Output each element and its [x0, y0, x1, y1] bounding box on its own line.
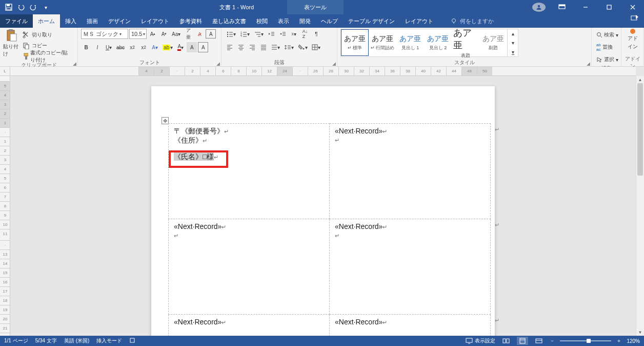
- view-web-button[interactable]: [533, 337, 545, 345]
- tab-file[interactable]: ファイル: [0, 14, 33, 28]
- bullets-button[interactable]: ▾: [225, 29, 237, 39]
- align-center-button[interactable]: [236, 42, 246, 52]
- style-subtitle[interactable]: あア亜副題: [479, 29, 507, 56]
- styles-launcher[interactable]: ◢: [587, 61, 590, 66]
- style-scroll-down[interactable]: ▾: [508, 39, 518, 47]
- clear-format-button[interactable]: A̷: [194, 29, 205, 39]
- align-left-button[interactable]: [225, 42, 235, 52]
- numbering-button[interactable]: 123▾: [238, 29, 251, 39]
- grow-font-button[interactable]: A▴: [148, 29, 158, 39]
- tab-mailings[interactable]: 差し込み文書: [207, 14, 251, 28]
- undo-button[interactable]: [15, 2, 27, 13]
- clipboard-launcher[interactable]: ◢: [73, 61, 76, 66]
- font-size-combo[interactable]: 10.5▾: [129, 29, 147, 39]
- font-color-button[interactable]: A▾: [175, 42, 186, 52]
- qat-customize-button[interactable]: ▾: [40, 2, 51, 13]
- tab-home[interactable]: ホーム: [33, 14, 60, 28]
- table-cell[interactable]: «Next·Record»↵ ↵: [330, 124, 491, 219]
- style-heading1[interactable]: あア亜見出し 1: [396, 29, 424, 56]
- tab-developer[interactable]: 開発: [294, 14, 316, 28]
- line-spacing-button[interactable]: ▾: [283, 42, 295, 52]
- horizontal-ruler[interactable]: 42 ·2468101224 ·262830323436384042444850: [10, 67, 636, 76]
- tab-review[interactable]: 校閲: [251, 14, 273, 28]
- borders-button[interactable]: ▾: [310, 42, 322, 52]
- decrease-indent-button[interactable]: [266, 29, 276, 39]
- subscript-button[interactable]: x2: [127, 42, 137, 52]
- maximize-button[interactable]: [598, 0, 620, 14]
- paste-button[interactable]: 貼り付け: [3, 29, 19, 57]
- zoom-slider[interactable]: [560, 340, 611, 341]
- table-cell[interactable]: «Next·Record»↵: [330, 315, 491, 336]
- sort-button[interactable]: A↓Z: [300, 29, 310, 39]
- enclose-char-button[interactable]: A: [206, 29, 216, 39]
- account-icon[interactable]: [532, 3, 546, 12]
- addins-button[interactable]: アド イン: [625, 29, 640, 50]
- status-mode[interactable]: 挿入モード: [96, 337, 122, 344]
- scroll-thumb[interactable]: [637, 83, 643, 176]
- align-right-button[interactable]: [247, 42, 257, 52]
- style-title[interactable]: あア亜表題: [452, 29, 479, 56]
- multilevel-button[interactable]: ▾: [252, 29, 265, 39]
- strikethrough-button[interactable]: abc: [115, 42, 126, 52]
- find-button[interactable]: 検索▾: [595, 30, 621, 40]
- macro-record-icon[interactable]: [129, 337, 135, 344]
- tab-design[interactable]: デザイン: [103, 14, 136, 28]
- tab-insert[interactable]: 挿入: [60, 14, 82, 28]
- char-shading-button[interactable]: A: [187, 42, 197, 52]
- style-normal[interactable]: あア亜↵ 標準: [341, 29, 369, 56]
- table-cell[interactable]: 〒《郵便番号》↵ 《住所》↵ 《氏名》□様↵: [169, 124, 330, 219]
- status-words[interactable]: 5/34 文字: [35, 337, 57, 344]
- shading-button[interactable]: ▾: [296, 42, 309, 52]
- tab-draw[interactable]: 描画: [82, 14, 103, 28]
- tab-table-design[interactable]: テーブル デザイン: [343, 14, 400, 28]
- share-button[interactable]: [631, 14, 639, 22]
- show-marks-button[interactable]: ¶: [311, 29, 321, 39]
- status-page[interactable]: 1/1 ページ: [4, 337, 28, 344]
- increase-indent-button[interactable]: [277, 29, 288, 39]
- redo-button[interactable]: [28, 2, 39, 13]
- style-no-spacing[interactable]: あア亜↵ 行間詰め: [369, 29, 396, 56]
- style-heading2[interactable]: あア亜見出し 2: [424, 29, 452, 56]
- style-scroll-up[interactable]: ▴: [508, 29, 518, 38]
- table-cell[interactable]: «Next·Record»↵ ↵: [330, 219, 491, 315]
- table-cell[interactable]: «Next·Record»↵: [169, 315, 330, 336]
- view-read-button[interactable]: [500, 337, 512, 345]
- save-button[interactable]: [3, 2, 14, 13]
- zoom-in-button[interactable]: ＋: [616, 337, 621, 344]
- replace-button[interactable]: abac置換: [595, 42, 621, 52]
- tab-view[interactable]: 表示: [273, 14, 294, 28]
- phonetic-guide-button[interactable]: ア亜: [183, 29, 193, 39]
- font-name-combo[interactable]: ＭＳ ゴシック▾: [81, 29, 128, 39]
- style-expand[interactable]: ▾̲: [508, 48, 518, 56]
- zoom-level[interactable]: 120%: [627, 338, 640, 344]
- tab-layout[interactable]: レイアウト: [136, 14, 174, 28]
- format-painter-button[interactable]: 書式のコピー/貼り付け: [21, 51, 74, 62]
- underline-button[interactable]: U▾: [104, 42, 114, 52]
- minimize-button[interactable]: [574, 0, 597, 14]
- ribbon-display-button[interactable]: [551, 0, 573, 14]
- document-area[interactable]: ✥ 〒《郵便番号》↵ 《住所》↵ 《氏名》□様↵ «Next·Record»↵ …: [10, 76, 636, 336]
- change-case-button[interactable]: Aa▾: [170, 29, 182, 39]
- font-launcher[interactable]: ◢: [216, 61, 220, 66]
- table-cell[interactable]: «Next·Record»↵ ↵: [169, 219, 330, 315]
- display-settings-button[interactable]: 表示設定: [466, 337, 495, 344]
- vertical-scrollbar[interactable]: ▲ ▼: [636, 76, 644, 336]
- scroll-up-button[interactable]: ▲: [636, 76, 644, 83]
- close-button[interactable]: [621, 0, 644, 14]
- superscript-button[interactable]: x2: [138, 42, 149, 52]
- vertical-ruler[interactable]: 54321 ·1234567891011 ·131415161718192021…: [0, 76, 10, 336]
- shrink-font-button[interactable]: A▾: [159, 29, 169, 39]
- scroll-down-button[interactable]: ▼: [636, 329, 644, 336]
- text-effects-button[interactable]: A▾: [150, 42, 160, 52]
- status-language[interactable]: 英語 (米国): [64, 337, 89, 344]
- zoom-out-button[interactable]: －: [550, 337, 555, 344]
- char-border-button[interactable]: A: [198, 42, 208, 52]
- bold-button[interactable]: B: [81, 42, 91, 52]
- paragraph-launcher[interactable]: ◢: [332, 61, 336, 66]
- asian-layout-button[interactable]: ☓▾: [289, 29, 299, 39]
- tab-help[interactable]: ヘルプ: [316, 14, 343, 28]
- view-print-button[interactable]: [517, 337, 528, 345]
- select-button[interactable]: 選択▾: [595, 54, 621, 65]
- tab-table-layout[interactable]: レイアウト: [400, 14, 438, 28]
- distribute-button[interactable]: ▾: [270, 42, 281, 52]
